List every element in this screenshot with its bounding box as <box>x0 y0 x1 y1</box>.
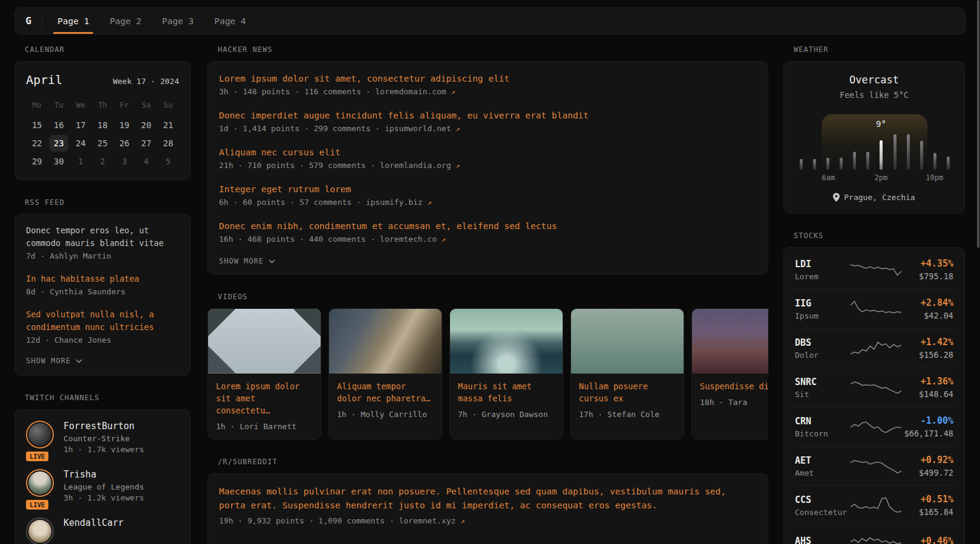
chevron-down-icon <box>269 259 275 264</box>
video-card[interactable]: Lorem ipsum dolor sit amet consectetu… 1… <box>207 308 321 439</box>
weather-hourly-chart: 9° <box>796 114 953 170</box>
calendar-day: 16 <box>49 117 68 134</box>
twitch-section: TWITCH CHANNELS LIVE ForrestBurton <box>15 393 191 544</box>
subreddit-post-meta: 19h · 9,932 points · 1,090 comments · lo… <box>219 516 757 525</box>
rss-show-more-button[interactable]: SHOW MORE <box>26 357 179 365</box>
stock-name: Sit <box>795 390 851 399</box>
hn-item-title[interactable]: Donec enim nibh, condimentum et accumsan… <box>219 220 757 232</box>
stock-change: +0.92% <box>901 455 953 465</box>
channel-name[interactable]: ForrestBurton <box>64 421 144 432</box>
video-card[interactable]: Suspendisse diam 18h · Tara <box>691 308 768 439</box>
stock-symbol: AET <box>795 455 851 466</box>
stock-change: +0.51% <box>901 494 953 505</box>
weather-hour-bar <box>853 152 856 170</box>
left-column: CALENDAR April Week 17 · 2024 Mo Tu We <box>15 45 191 544</box>
hour-label: 2pm <box>875 173 888 182</box>
hn-item-title[interactable]: Aliquam nec cursus elit <box>219 146 757 158</box>
stock-sparkline <box>851 339 901 357</box>
stock-name: Consectetur <box>795 508 851 517</box>
subreddit-widget: Maecenas mollis pulvinar erat non posuer… <box>207 473 768 544</box>
external-link-icon[interactable]: ↗ <box>427 198 431 207</box>
video-card[interactable]: Nullam posuere cursus ex 17h · Stefan Co… <box>570 308 684 439</box>
videos-section: VIDEOS Lorem ipsum dolor sit amet consec… <box>207 293 768 439</box>
page-tab[interactable]: Page 2 <box>99 8 151 34</box>
calendar-day: 26 <box>115 135 134 152</box>
stock-change: +4.35% <box>901 258 953 269</box>
stock-row[interactable]: CRN Bitcorn -1.00% $66,171.48 <box>794 407 955 446</box>
video-title[interactable]: Lorem ipsum dolor sit amet consectetu… <box>216 380 313 416</box>
hn-item: Lorem ipsum dolor sit amet, consectetur … <box>219 73 757 96</box>
scrollbar-thumb[interactable] <box>977 0 979 248</box>
stock-price: $795.18 <box>901 271 953 281</box>
video-meta: 18h · Tara <box>700 398 768 407</box>
weather-hour-bar <box>880 140 883 170</box>
twitch-channel-row[interactable]: LIVE KendallCarr <box>26 517 179 544</box>
channel-name[interactable]: KendallCarr <box>64 517 123 528</box>
stock-row[interactable]: DBS Dolor +1.42% $156.28 <box>794 328 955 368</box>
external-link-icon[interactable]: ↗ <box>456 161 460 170</box>
stock-change: +1.36% <box>901 376 953 387</box>
weekday-label: Fr <box>114 97 136 115</box>
stock-row[interactable]: LDI Lorem +4.35% $795.18 <box>794 250 955 289</box>
rss-item-title[interactable]: Sed volutpat nulla nisl, a condimentum n… <box>26 308 179 334</box>
twitch-channel-row[interactable]: LIVE Trisha League of Legends 3h · 1.2k … <box>26 469 179 507</box>
hn-item-meta: 16h · 468 points · 440 comments · loremt… <box>219 235 757 244</box>
hacker-news-widget: Lorem ipsum dolor sit amet, consectetur … <box>207 61 768 274</box>
video-thumbnail[interactable] <box>329 309 442 374</box>
page-tab[interactable]: Page 1 <box>47 8 99 34</box>
rss-item-title[interactable]: Donec tempor eros leo, ut commodo mauris… <box>26 224 179 250</box>
stock-row[interactable]: AET Amet +0.92% $499.72 <box>794 446 955 485</box>
video-title[interactable]: Aliquam tempor dolor nec pharetra… <box>337 380 434 404</box>
rss-item-title[interactable]: In hac habitasse platea <box>26 273 179 285</box>
rss-item-meta: 7d · Ashlyn Martin <box>26 251 179 261</box>
stock-sparkline <box>851 300 901 318</box>
hn-item-title[interactable]: Donec imperdiet augue tincidunt felis al… <box>219 109 757 121</box>
video-title[interactable]: Nullam posuere cursus ex <box>579 380 676 404</box>
page-tabs: Page 1 Page 2 Page 3 Page 4 <box>47 8 256 34</box>
avatar-image <box>28 423 51 446</box>
stock-sparkline <box>851 457 901 475</box>
stock-price: $42.04 <box>901 311 953 320</box>
external-link-icon[interactable]: ↗ <box>456 125 460 133</box>
stock-symbol: CRN <box>795 416 851 427</box>
stock-price: $66,171.48 <box>901 429 953 438</box>
external-link-icon[interactable]: ↗ <box>442 235 446 244</box>
subreddit-post-title[interactable]: Maecenas mollis pulvinar erat non posuer… <box>219 485 757 513</box>
external-link-icon[interactable]: ↗ <box>460 517 465 525</box>
video-thumbnail[interactable] <box>208 309 321 374</box>
weather-hour-bar <box>866 152 869 170</box>
stock-row[interactable]: SNRC Sit +1.36% $148.64 <box>794 368 955 407</box>
hn-show-more-button[interactable]: SHOW MORE <box>219 257 757 265</box>
video-meta: 7h · Grayson Dawson <box>458 410 555 419</box>
rss-item: Sed volutpat nulla nisl, a condimentum n… <box>26 308 179 345</box>
calendar-day: 24 <box>71 135 90 152</box>
stock-row[interactable]: IIG Ipsum +2.84% $42.04 <box>794 289 955 328</box>
hn-item-title[interactable]: Lorem ipsum dolor sit amet, consectetur … <box>219 73 757 85</box>
page-tab[interactable]: Page 3 <box>152 8 204 34</box>
stock-price: $156.28 <box>901 350 953 360</box>
hn-item: Integer eget rutrum lorem 6h · 60 points… <box>219 183 757 207</box>
video-thumbnail[interactable] <box>692 309 768 374</box>
video-card[interactable]: Aliquam tempor dolor nec pharetra… 1h · … <box>328 308 442 439</box>
stock-sparkline <box>851 533 901 544</box>
weekday-label: Sa <box>136 97 157 115</box>
external-link-icon[interactable]: ↗ <box>451 88 456 96</box>
twitch-channel-row[interactable]: LIVE ForrestBurton Counter-Strike 1h · 1… <box>26 421 179 458</box>
video-card[interactable]: Mauris sit amet massa felis 7h · Grayson… <box>449 308 563 439</box>
stock-row[interactable]: CCS Consectetur +0.51% $165.84 <box>794 485 955 525</box>
rss-section-label: RSS FEED <box>25 198 191 207</box>
subreddit-post: Maecenas mollis pulvinar erat non posuer… <box>219 485 757 525</box>
channel-avatar <box>26 421 54 448</box>
hn-item-title[interactable]: Integer eget rutrum lorem <box>219 183 757 195</box>
channel-name[interactable]: Trisha <box>64 469 144 480</box>
rss-item: In hac habitasse platea 8d · Cynthia Sau… <box>26 273 179 296</box>
video-title[interactable]: Suspendisse diam <box>700 380 768 392</box>
video-thumbnail[interactable] <box>571 309 684 374</box>
page-tab[interactable]: Page 4 <box>204 8 256 34</box>
hn-item: Aliquam nec cursus elit 21h · 710 points… <box>219 146 757 170</box>
rss-item-meta: 8d · Cynthia Saunders <box>26 287 179 296</box>
video-title[interactable]: Mauris sit amet massa felis <box>458 380 555 404</box>
video-thumbnail[interactable] <box>450 309 563 374</box>
stock-row[interactable]: AHS +0.46% <box>794 525 955 544</box>
stock-price: $165.84 <box>901 507 953 517</box>
